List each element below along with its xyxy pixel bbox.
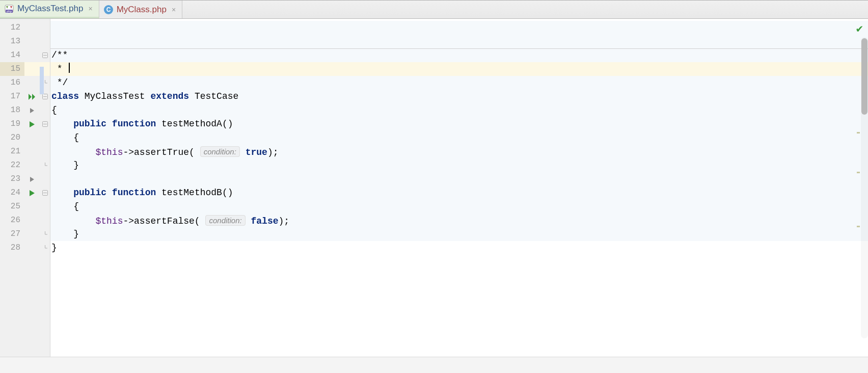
keyword: function	[112, 188, 156, 198]
code-line[interactable]: }	[50, 227, 868, 241]
stripe-mark[interactable]	[857, 226, 860, 227]
method-name: testMethodA()	[156, 119, 233, 129]
line-number[interactable]: 13	[0, 35, 24, 48]
marker	[24, 76, 40, 90]
scrollbar-thumb[interactable]	[861, 38, 867, 115]
line-number[interactable]: 15	[0, 62, 24, 76]
editor: 12 13 14 15 16 17 18 19 20 21 22 23 24 2…	[0, 19, 868, 357]
fold-end-icon[interactable]	[40, 158, 50, 172]
tab-myclass[interactable]: C MyClass.php ×	[99, 1, 182, 18]
line-number[interactable]: 24	[0, 186, 24, 200]
line-number[interactable]: 17	[0, 90, 24, 103]
indent	[51, 188, 73, 198]
gutter: 12 13 14 15 16 17 18 19 20 21 22 23 24 2…	[0, 19, 50, 357]
indent	[51, 216, 95, 226]
run-icon[interactable]	[24, 186, 40, 200]
tab-label: MyClassTest.php	[17, 4, 83, 14]
run-all-icon[interactable]	[24, 90, 40, 103]
code-line[interactable]: {	[50, 200, 868, 214]
code-line[interactable]: $this->assertFalse( condition: false);	[50, 214, 868, 227]
code-line[interactable]: }	[50, 241, 868, 255]
line-number[interactable]: 26	[0, 214, 24, 227]
keyword: function	[112, 119, 156, 129]
tab-myclasstest[interactable]: php MyClassTest.php ×	[0, 1, 99, 18]
fold-start-icon[interactable]	[40, 186, 50, 200]
close-icon[interactable]: ×	[87, 5, 93, 13]
line-number[interactable]: 25	[0, 200, 24, 214]
line-number[interactable]: 18	[0, 103, 24, 117]
comment-text: */	[51, 77, 68, 88]
fold	[40, 145, 50, 158]
comment-text: *	[51, 64, 68, 74]
line-number[interactable]: 23	[0, 172, 24, 186]
code-line[interactable]	[50, 35, 868, 48]
error-stripe	[857, 19, 860, 357]
line-number[interactable]: 22	[0, 158, 24, 172]
separator-line	[50, 48, 868, 49]
text: );	[279, 216, 290, 226]
fold	[40, 35, 50, 48]
collapse-icon[interactable]	[24, 103, 40, 117]
parent-class: TestCase	[189, 91, 238, 101]
marker	[24, 48, 40, 62]
fold-start-icon[interactable]	[40, 48, 50, 62]
stripe-mark[interactable]	[857, 172, 860, 173]
fold-end-icon[interactable]	[40, 241, 50, 255]
code-line[interactable]	[50, 21, 868, 35]
call: ->assertFalse(	[123, 216, 205, 226]
code-line[interactable]: $this->assertTrue( condition: true);	[50, 145, 868, 158]
close-icon[interactable]: ×	[171, 6, 177, 14]
breakpoint-strip	[40, 67, 44, 94]
fold	[40, 131, 50, 145]
marker	[24, 62, 40, 76]
code-line[interactable]: */	[50, 76, 868, 90]
code-line[interactable]: {	[50, 131, 868, 145]
call: ->assertTrue(	[123, 147, 200, 157]
text: );	[267, 147, 279, 157]
code-line[interactable]: public function testMethodB()	[50, 186, 868, 200]
line-numbers: 12 13 14 15 16 17 18 19 20 21 22 23 24 2…	[0, 19, 24, 357]
run-icon[interactable]	[24, 117, 40, 131]
collapse-icon[interactable]	[24, 172, 40, 186]
line-number[interactable]: 14	[0, 48, 24, 62]
space	[106, 188, 112, 198]
code-line[interactable]: public function testMethodA()	[50, 117, 868, 131]
fold-start-icon[interactable]	[40, 117, 50, 131]
marker	[24, 35, 40, 48]
code-line[interactable]: class MyClassTest extends TestCase	[50, 90, 868, 103]
fold	[40, 21, 50, 35]
keyword: true	[246, 147, 267, 157]
indent	[51, 119, 73, 129]
line-number[interactable]: 28	[0, 241, 24, 255]
code-line[interactable]: }	[50, 158, 868, 172]
line-number[interactable]: 12	[0, 21, 24, 35]
status-bar	[0, 357, 868, 373]
line-number[interactable]: 20	[0, 131, 24, 145]
inlay-hint: condition:	[200, 146, 240, 157]
code-line-current[interactable]: *	[50, 62, 868, 76]
method-name: testMethodB()	[156, 188, 233, 198]
comment-text: /**	[51, 50, 68, 60]
code-line[interactable]: /**	[50, 48, 868, 62]
keyword: extends	[150, 91, 189, 101]
svg-text:php: php	[7, 10, 12, 13]
fold	[40, 200, 50, 214]
line-number[interactable]: 16	[0, 76, 24, 90]
code-line[interactable]	[50, 172, 868, 186]
line-number[interactable]: 19	[0, 117, 24, 131]
code-line[interactable]: {	[50, 103, 868, 117]
marker	[24, 200, 40, 214]
space	[246, 216, 251, 226]
marker	[24, 158, 40, 172]
stripe-mark[interactable]	[857, 132, 860, 134]
fold	[40, 172, 50, 186]
class-file-icon: C	[103, 5, 114, 15]
keyword: public	[73, 119, 106, 129]
line-number[interactable]: 27	[0, 227, 24, 241]
tab-label: MyClass.php	[117, 5, 167, 15]
code-area[interactable]: /** * */ class MyClassTest extends TestC…	[50, 19, 868, 357]
fold-end-icon[interactable]	[40, 227, 50, 241]
line-number[interactable]: 21	[0, 145, 24, 158]
text-cursor	[69, 63, 70, 73]
marker	[24, 241, 40, 255]
